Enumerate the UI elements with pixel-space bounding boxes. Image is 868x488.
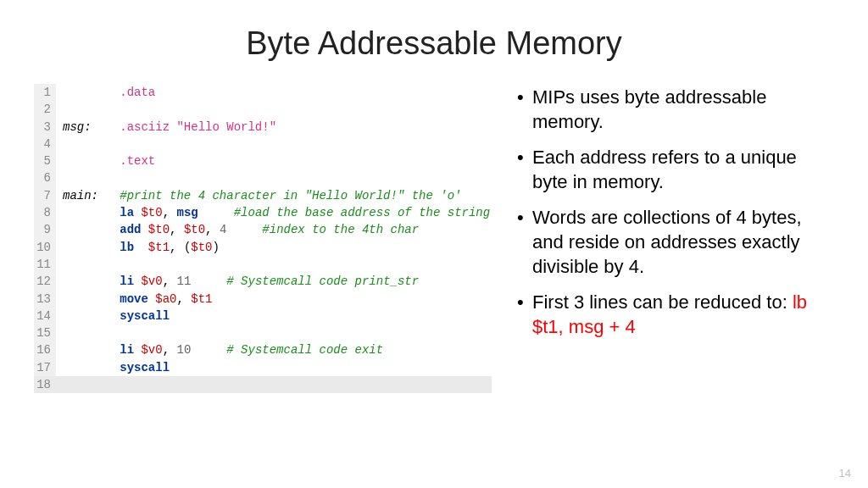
code-line: 14 syscall bbox=[34, 308, 492, 324]
code-line: 3msg: .asciiz "Hello World!" bbox=[34, 119, 492, 136]
code-text bbox=[56, 136, 120, 152]
code-text: main: #print the 4 character in "Hello W… bbox=[56, 187, 462, 204]
code-line: 6 bbox=[34, 169, 492, 186]
code-line: 10 lb $t1, ($t0) bbox=[34, 239, 492, 256]
line-number: 16 bbox=[34, 341, 56, 358]
code-text bbox=[56, 376, 492, 393]
code-text: syscall bbox=[56, 308, 170, 324]
code-line: 5 .text bbox=[34, 152, 492, 169]
code-line: 1 .data bbox=[34, 84, 492, 101]
slide: Byte Addressable Memory 1 .data2 3msg: .… bbox=[0, 0, 868, 393]
line-number: 8 bbox=[34, 204, 56, 221]
slide-title: Byte Addressable Memory bbox=[34, 25, 834, 62]
code-text bbox=[56, 169, 120, 186]
code-text: msg: .asciiz "Hello World!" bbox=[56, 119, 276, 136]
code-line: 9 add $t0, $t0, 4 #index to the 4th char bbox=[34, 221, 492, 238]
code-line: 8 la $t0, msg #load the base address of … bbox=[34, 204, 492, 221]
code-text bbox=[56, 101, 120, 118]
line-number: 2 bbox=[34, 101, 56, 118]
code-line: 13 move $a0, $t1 bbox=[34, 291, 492, 308]
highlight-text: lb $t1, msg + 4 bbox=[532, 291, 807, 337]
content-row: 1 .data2 3msg: .asciiz "Hello World!"4 5… bbox=[34, 84, 834, 393]
code-text bbox=[56, 256, 120, 273]
bullet-item: MIPs uses byte addressable memory. bbox=[517, 86, 834, 134]
line-number: 4 bbox=[34, 136, 56, 152]
code-text: .text bbox=[56, 152, 155, 169]
code-text: move $a0, $t1 bbox=[56, 291, 213, 308]
code-line: 4 bbox=[34, 136, 492, 152]
line-number: 13 bbox=[34, 291, 56, 308]
code-text: lb $t1, ($t0) bbox=[56, 239, 220, 256]
line-number: 1 bbox=[34, 84, 56, 101]
code-text: syscall bbox=[56, 359, 170, 376]
page-number: 14 bbox=[839, 467, 851, 480]
code-block: 1 .data2 3msg: .asciiz "Hello World!"4 5… bbox=[34, 84, 492, 393]
line-number: 9 bbox=[34, 221, 56, 238]
code-text: li $v0, 11 # Systemcall code print_str bbox=[56, 273, 419, 290]
line-number: 15 bbox=[34, 324, 56, 341]
code-text: li $v0, 10 # Systemcall code exit bbox=[56, 341, 383, 358]
code-text: .data bbox=[56, 84, 155, 101]
code-line: 12 li $v0, 11 # Systemcall code print_st… bbox=[34, 273, 492, 290]
code-text: la $t0, msg #load the base address of th… bbox=[56, 204, 490, 221]
line-number: 5 bbox=[34, 152, 56, 169]
code-line: 7main: #print the 4 character in "Hello … bbox=[34, 187, 492, 204]
code-line: 16 li $v0, 10 # Systemcall code exit bbox=[34, 341, 492, 358]
line-number: 11 bbox=[34, 256, 56, 273]
bullet-item: First 3 lines can be reduced to: lb $t1,… bbox=[517, 291, 834, 339]
code-line: 18 bbox=[34, 376, 492, 393]
bullet-list: MIPs uses byte addressable memory.Each a… bbox=[517, 84, 834, 393]
line-number: 7 bbox=[34, 187, 56, 204]
line-number: 10 bbox=[34, 239, 56, 256]
code-line: 11 bbox=[34, 256, 492, 273]
line-number: 6 bbox=[34, 169, 56, 186]
code-line: 17 syscall bbox=[34, 359, 492, 376]
line-number: 14 bbox=[34, 308, 56, 324]
line-number: 18 bbox=[34, 376, 56, 393]
bullet-item: Words are collections of 4 bytes, and re… bbox=[517, 206, 834, 279]
code-line: 2 bbox=[34, 101, 492, 118]
bullet-item: Each address refers to a unique byte in … bbox=[517, 146, 834, 194]
code-line: 15 bbox=[34, 324, 492, 341]
line-number: 12 bbox=[34, 273, 56, 290]
code-text: add $t0, $t0, 4 #index to the 4th char bbox=[56, 221, 419, 238]
code-text bbox=[56, 324, 120, 341]
line-number: 17 bbox=[34, 359, 56, 376]
line-number: 3 bbox=[34, 119, 56, 136]
